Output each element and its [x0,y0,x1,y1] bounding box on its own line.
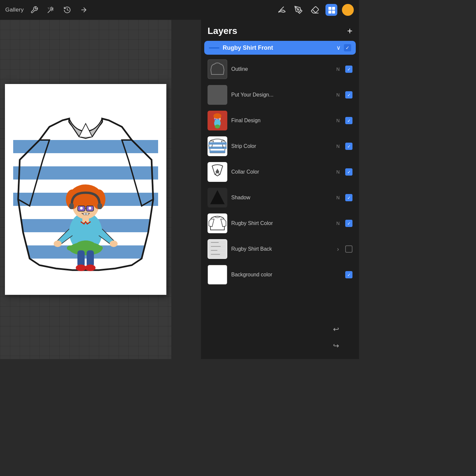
layer-mode-put-design: N [335,92,341,98]
layer-thumb-shadow [208,188,227,208]
layer-item-collar-color[interactable]: Collar Color N ✓ [204,159,356,184]
svg-point-41 [67,245,75,251]
arrow-button[interactable] [78,4,90,16]
active-group-label: Rugby Shirt Front [223,44,333,51]
magic-button[interactable] [45,4,57,16]
layer-mode-shadow: N [335,195,341,200]
svg-point-1 [297,9,299,10]
layer-label-shadow: Shadow [231,195,331,201]
svg-rect-61 [221,142,227,145]
svg-rect-16 [125,166,158,180]
svg-rect-29 [69,203,74,209]
svg-rect-62 [223,147,227,149]
layer-thumb-background-color [208,265,227,285]
layer-thumb-rugby-shirt-color [208,213,227,233]
layer-item-rugby-shirt-color[interactable]: Rugby Shirt Color N ✓ [204,211,356,236]
layer-mode-outline: N [335,67,341,72]
layer-check-put-design[interactable]: ✓ [345,91,352,98]
svg-rect-4 [332,7,335,10]
svg-rect-15 [115,140,158,153]
layers-panel: Layers + Rugby Shirt Front ∨ ✓ Outline N… [201,20,359,359]
layer-check-rugby-shirt-back[interactable] [345,245,352,253]
layer-thumb-final-design [208,111,227,130]
layer-thumb-strip-color [208,136,227,156]
svg-point-0 [51,8,53,10]
add-layer-button[interactable]: + [347,26,352,36]
layers-button[interactable] [325,4,337,16]
svg-rect-71 [211,242,219,243]
layer-label-strip-color: Strip Color [231,143,331,149]
svg-rect-3 [328,11,331,14]
svg-rect-60 [209,147,212,149]
layer-check-background-color[interactable]: ✓ [345,271,352,278]
layer-item-outline[interactable]: Outline N ✓ [204,57,356,82]
layer-label-rugby-shirt-back: Rugby Shirt Back [231,246,331,252]
layer-mode-final-design: N [335,118,341,123]
layer-check-rugby-shirt-color[interactable]: ✓ [345,220,352,227]
layer-thumb-outline [208,59,227,79]
svg-rect-74 [211,254,220,255]
svg-rect-5 [332,11,335,14]
svg-rect-33 [83,213,86,215]
redo-button[interactable]: ↪ [329,339,343,352]
layer-item-put-design[interactable]: Put Your Design... N ✓ [204,82,356,107]
svg-rect-30 [98,203,102,209]
layer-item-final-design[interactable]: Final Design N ✓ [204,108,356,133]
svg-point-32 [89,207,91,210]
layer-label-final-design: Final Design [231,118,331,124]
layer-check-final-design[interactable]: ✓ [345,117,352,124]
undo-button[interactable]: ↩ [329,323,343,336]
chevron-right-icon: › [335,246,341,253]
layers-title: Layers [208,26,237,36]
layer-check-strip-color[interactable]: ✓ [345,143,352,150]
toolbar: Gallery [0,0,359,20]
group-line-indicator [209,47,219,48]
active-group-checkbox[interactable]: ✓ [344,44,351,51]
shirt-illustration [13,94,158,285]
layer-label-rugby-shirt-color: Rugby Shirt Color [231,220,331,226]
svg-point-37 [110,240,118,247]
layer-item-background-color[interactable]: Background color ✓ [204,262,356,287]
svg-point-44 [76,265,86,271]
layer-mode-strip-color: N [335,144,341,149]
layer-mode-collar-color: N [335,169,341,175]
svg-rect-73 [211,250,217,251]
layer-label-background-color: Background color [231,272,331,278]
chevron-down-icon: ∨ [336,44,341,51]
svg-rect-75 [208,266,227,284]
layer-check-collar-color[interactable]: ✓ [345,168,352,176]
toolbar-right [276,4,354,16]
layer-mode-rugby-shirt-color: N [335,221,341,226]
layer-item-strip-color[interactable]: Strip Color N ✓ [204,134,356,159]
canvas-paper [5,84,166,295]
layer-thumb-collar-color [208,162,227,182]
svg-point-54 [215,125,220,128]
layers-list: Outline N ✓ Put Your Design... N ✓ [201,55,359,359]
layer-thumb-put-design [208,85,227,105]
svg-point-50 [213,113,221,119]
svg-point-36 [54,240,62,247]
active-group-rugby-shirt-front[interactable]: Rugby Shirt Front ∨ ✓ [204,41,356,55]
svg-rect-43 [87,250,94,267]
brush-button[interactable] [276,4,288,16]
layer-check-outline[interactable]: ✓ [345,66,352,73]
eraser-button[interactable] [309,4,321,16]
svg-point-39 [76,240,96,250]
layer-item-rugby-shirt-back[interactable]: Rugby Shirt Back › [204,237,356,262]
layer-check-shadow[interactable]: ✓ [345,194,352,201]
pen-button[interactable] [293,4,304,16]
svg-point-45 [85,265,96,271]
svg-rect-58 [210,151,225,153]
wrench-button[interactable] [28,4,40,16]
svg-rect-42 [77,250,85,267]
history-button[interactable] [61,4,73,16]
undo-redo-group: ↩ ↪ [329,323,343,352]
svg-rect-59 [209,142,214,145]
svg-rect-11 [13,272,158,285]
user-avatar[interactable] [342,4,354,16]
gallery-button[interactable]: Gallery [5,7,24,13]
svg-rect-13 [13,166,46,180]
svg-point-31 [80,207,83,210]
layer-item-shadow[interactable]: Shadow N ✓ [204,185,356,210]
layers-header: Layers + [201,20,359,41]
